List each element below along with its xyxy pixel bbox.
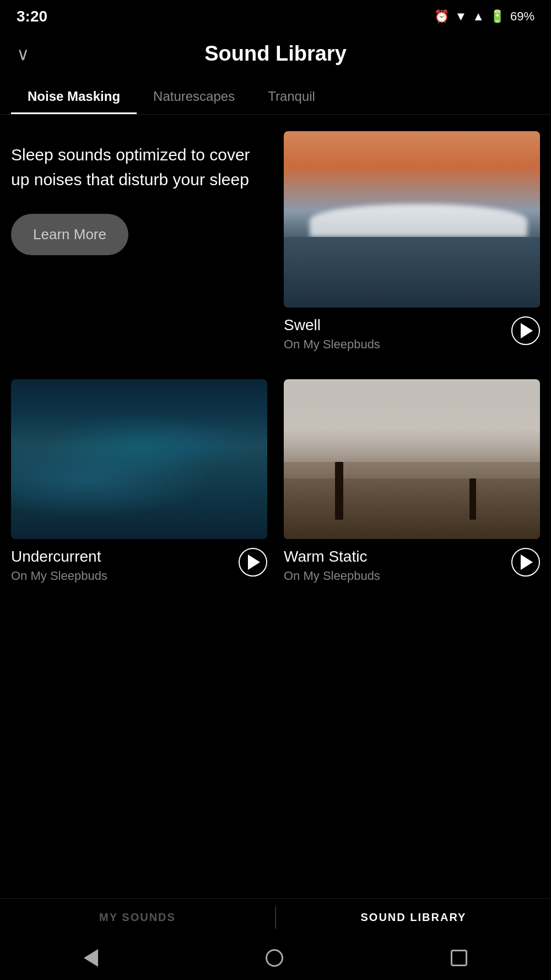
- undercurrent-location: On My Sleepbuds: [11, 569, 239, 583]
- warm-static-sound-info: Warm Static On My Sleepbuds: [284, 548, 540, 583]
- tab-noise-masking[interactable]: Noise Masking: [11, 79, 137, 114]
- field-dark-decoration: [284, 478, 540, 539]
- undercurrent-item: Undercurrent On My Sleepbuds: [11, 379, 267, 583]
- header: ∨ Sound Library: [0, 31, 551, 79]
- undercurrent-name: Undercurrent: [11, 548, 239, 566]
- swell-location: On My Sleepbuds: [284, 337, 511, 352]
- signal-icon: ▲: [472, 9, 484, 24]
- home-circle-icon: [266, 949, 283, 967]
- swell-image: [284, 131, 540, 308]
- warm-static-location: On My Sleepbuds: [284, 569, 511, 583]
- swell-name: Swell: [284, 316, 511, 334]
- tabs-container: Noise Masking Naturescapes Tranquil: [0, 79, 551, 115]
- water-light-decoration: [50, 412, 229, 478]
- tree-left-decoration: [335, 462, 343, 520]
- battery-icon: 🔋: [490, 9, 505, 24]
- warm-static-details: Warm Static On My Sleepbuds: [284, 548, 511, 583]
- wave-decoration: [310, 204, 527, 237]
- tab-naturescapes[interactable]: Naturescapes: [137, 79, 251, 114]
- warm-static-play-icon: [521, 554, 533, 570]
- status-icons: ⏰ ▼ ▲ 🔋 69%: [434, 9, 534, 24]
- back-button[interactable]: ∨: [17, 44, 29, 64]
- warm-static-item: Warm Static On My Sleepbuds: [284, 379, 540, 583]
- my-sounds-tab[interactable]: MY SOUNDS: [0, 899, 275, 936]
- tab-tranquil[interactable]: Tranquil: [251, 79, 323, 114]
- undercurrent-play-icon: [248, 554, 260, 570]
- undercurrent-sound-info: Undercurrent On My Sleepbuds: [11, 548, 267, 583]
- sound-grid: Undercurrent On My Sleepbuds: [11, 379, 540, 583]
- swell-play-icon: [521, 323, 533, 338]
- warm-static-play-button[interactable]: [511, 548, 540, 577]
- hero-section: Sleep sounds optimized to cover up noise…: [11, 131, 540, 352]
- fog-overlay-decoration: [284, 379, 540, 462]
- bottom-nav: MY SOUNDS SOUND LIBRARY: [0, 898, 551, 936]
- swell-sound-info: Swell On My Sleepbuds: [284, 316, 540, 352]
- water-pool-visual: [11, 379, 267, 539]
- warm-static-image: [284, 379, 540, 539]
- hero-description: Sleep sounds optimized to cover up noise…: [11, 142, 267, 192]
- status-bar: 3:20 ⏰ ▼ ▲ 🔋 69%: [0, 0, 551, 31]
- hero-image-container: Swell On My Sleepbuds: [284, 131, 540, 352]
- hero-text: Sleep sounds optimized to cover up noise…: [11, 131, 267, 255]
- warm-static-name: Warm Static: [284, 548, 511, 566]
- foggy-field-visual: [284, 379, 540, 539]
- sound-library-tab[interactable]: SOUND LIBRARY: [276, 899, 551, 936]
- swell-details: Swell On My Sleepbuds: [284, 316, 511, 352]
- android-recent-button[interactable]: [451, 950, 467, 966]
- learn-more-button[interactable]: Learn More: [11, 214, 128, 255]
- android-nav: [0, 936, 551, 980]
- main-content: Sleep sounds optimized to cover up noise…: [0, 115, 551, 600]
- tree-right-decoration: [469, 478, 476, 520]
- android-home-button[interactable]: [266, 949, 283, 967]
- recent-square-icon: [451, 950, 467, 966]
- status-time: 3:20: [17, 8, 47, 25]
- undercurrent-details: Undercurrent On My Sleepbuds: [11, 548, 239, 583]
- undercurrent-play-button[interactable]: [239, 548, 267, 577]
- water-decoration: [284, 237, 540, 308]
- battery-percentage: 69%: [510, 9, 534, 24]
- wifi-icon: ▼: [455, 9, 467, 24]
- undercurrent-image: [11, 379, 267, 539]
- page-title: Sound Library: [204, 42, 347, 66]
- android-back-button[interactable]: [84, 949, 98, 967]
- back-triangle-icon: [84, 949, 98, 967]
- swell-play-button[interactable]: [511, 316, 540, 345]
- alarm-icon: ⏰: [434, 9, 449, 24]
